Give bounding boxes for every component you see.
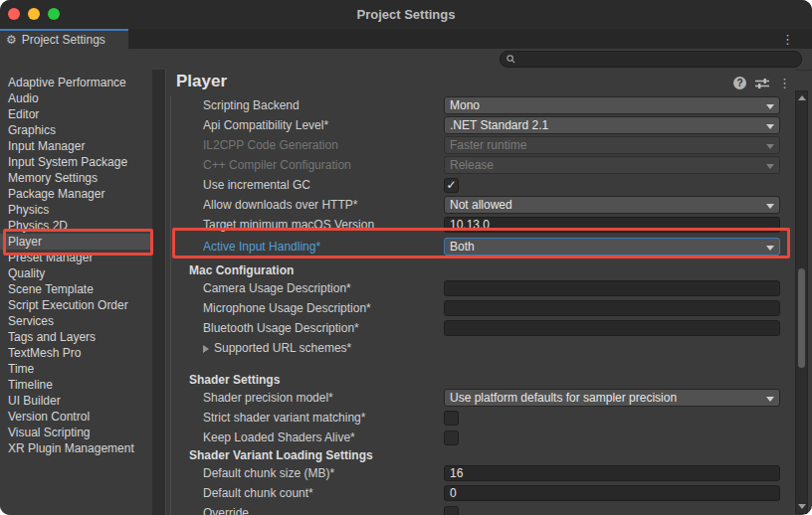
setting-row-camera-usage-description: Camera Usage Description* (171, 278, 795, 298)
setting-label: Keep Loaded Shaders Alive* (203, 430, 444, 444)
setting-row-default-chunk-count: Default chunk count*0 (171, 483, 795, 503)
sidebar-item-audio[interactable]: Audio (0, 90, 152, 106)
panel-menu-kebab-icon[interactable]: ⋮ (778, 77, 791, 89)
sidebar-item-memory-settings[interactable]: Memory Settings (0, 170, 152, 186)
sidebar-item-tags-and-layers[interactable]: Tags and Layers (0, 329, 152, 345)
sidebar-item-services[interactable]: Services (0, 313, 152, 329)
default-chunk-count-field[interactable]: 0 (444, 485, 780, 501)
active-input-handling-dropdown[interactable]: Both (444, 238, 780, 256)
gear-icon: ⚙ (6, 34, 17, 46)
setting-label[interactable]: Supported URL schemes* (203, 341, 444, 355)
setting-row-bluetooth-usage-description: Bluetooth Usage Description* (171, 318, 795, 338)
sidebar-item-package-manager[interactable]: Package Manager (0, 186, 152, 202)
sidebar-item-preset-manager[interactable]: Preset Manager (0, 250, 152, 265)
scrollbar-thumb[interactable] (798, 268, 805, 368)
default-chunk-size-mb-field[interactable]: 16 (444, 465, 780, 481)
setting-label: Allow downloads over HTTP* (203, 198, 444, 212)
dropdown-arrow-icon (766, 164, 774, 169)
bluetooth-usage-description-field[interactable] (444, 320, 780, 336)
section-header-mac-configuration: Mac Configuration (171, 262, 795, 278)
setting-row-strict-shader-variant-matching: Strict shader variant matching* (171, 408, 795, 428)
microphone-usage-description-field[interactable] (444, 300, 780, 316)
player-settings-panel: Player ? ⋮ Scripting BackendMonoApi Comp… (166, 70, 795, 515)
setting-row-override: Override (171, 503, 795, 515)
title-bar: Project Settings (0, 0, 812, 29)
setting-label: Use incremental GC (203, 178, 444, 192)
help-icon[interactable]: ? (733, 77, 746, 89)
strict-shader-variant-matching-checkbox[interactable] (444, 411, 459, 426)
il2cpp-code-generation-dropdown: Faster runtime (444, 136, 780, 154)
setting-label: Override (203, 506, 444, 515)
setting-label: Shader precision model* (203, 391, 444, 405)
sidebar-splitter[interactable] (152, 70, 166, 515)
panel-header: Player ? ⋮ (166, 70, 795, 95)
sidebar-item-textmesh-pro[interactable]: TextMesh Pro (0, 345, 152, 361)
scroll-up-arrow-icon[interactable] (798, 95, 806, 100)
dropdown-arrow-icon (766, 144, 774, 149)
dropdown-arrow-icon (766, 204, 774, 209)
setting-row-default-chunk-size-mb: Default chunk size (MB)*16 (171, 463, 795, 483)
sidebar-item-xr-plugin-management[interactable]: XR Plugin Management (0, 440, 152, 456)
api-compatibility-level-dropdown[interactable]: .NET Standard 2.1 (444, 116, 780, 134)
presets-icon[interactable] (755, 78, 769, 89)
keep-loaded-shaders-alive-checkbox[interactable] (444, 430, 459, 445)
setting-row-il2cpp-code-generation: IL2CPP Code GenerationFaster runtime (171, 135, 795, 155)
setting-row-scripting-backend: Scripting BackendMono (171, 95, 795, 115)
setting-label: Camera Usage Description* (203, 281, 444, 295)
sidebar-item-player[interactable]: Player (0, 234, 152, 250)
sidebar-item-scene-template[interactable]: Scene Template (0, 281, 152, 297)
setting-label: Default chunk count* (203, 486, 444, 500)
scroll-down-arrow-icon[interactable] (798, 504, 806, 509)
sidebar-item-physics-2d[interactable]: Physics 2D (0, 218, 152, 234)
search-icon (507, 55, 515, 64)
sidebar-item-visual-scripting[interactable]: Visual Scripting (0, 425, 152, 440)
setting-row-use-incremental-gc: Use incremental GC✓ (171, 175, 795, 195)
search-box[interactable] (500, 51, 802, 68)
target-minimum-macos-version-field[interactable]: 10.13.0 (444, 217, 780, 233)
setting-row-supported-url-schemes: Supported URL schemes* (171, 338, 795, 358)
sidebar-item-version-control[interactable]: Version Control (0, 409, 152, 425)
sidebar-item-input-manager[interactable]: Input Manager (0, 138, 152, 154)
dropdown-arrow-icon (766, 124, 774, 129)
sidebar-item-editor[interactable]: Editor (0, 106, 152, 122)
shader-precision-model-dropdown[interactable]: Use platform defaults for sampler precis… (444, 389, 780, 407)
scripting-backend-dropdown[interactable]: Mono (444, 96, 780, 114)
project-settings-window: Project Settings ⚙ Project Settings ⋮ Ad… (0, 0, 812, 515)
setting-row-api-compatibility-level: Api Compatibility Level*.NET Standard 2.… (171, 115, 795, 135)
sidebar-item-quality[interactable]: Quality (0, 265, 152, 281)
setting-label: IL2CPP Code Generation (203, 138, 444, 152)
page-title: Player (176, 72, 227, 91)
tab-label: Project Settings (22, 33, 105, 47)
tab-menu-kebab-icon[interactable]: ⋮ (781, 30, 794, 49)
setting-row-active-input-handling: Active Input Handling*Both (171, 235, 795, 258)
sidebar-item-graphics[interactable]: Graphics (0, 122, 152, 138)
use-incremental-gc-checkbox[interactable]: ✓ (444, 178, 459, 193)
override-checkbox[interactable] (444, 506, 459, 515)
sidebar-item-script-execution-order[interactable]: Script Execution Order (0, 297, 152, 313)
dropdown-arrow-icon (766, 397, 774, 402)
sidebar-item-physics[interactable]: Physics (0, 202, 152, 218)
setting-row-c-compiler-configuration: C++ Compiler ConfigurationRelease (171, 155, 795, 175)
setting-label: Api Compatibility Level* (203, 118, 444, 132)
allow-downloads-over-http-dropdown[interactable]: Not allowed (444, 196, 780, 214)
c-compiler-configuration-dropdown: Release (444, 156, 780, 174)
setting-label: Strict shader variant matching* (203, 411, 444, 425)
sidebar-item-time[interactable]: Time (0, 361, 152, 377)
tab-strip: ⚙ Project Settings ⋮ (0, 29, 812, 49)
sidebar-item-timeline[interactable]: Timeline (0, 377, 152, 393)
camera-usage-description-field[interactable] (444, 280, 780, 296)
sidebar-item-input-system-package[interactable]: Input System Package (0, 154, 152, 170)
foldout-arrow-icon[interactable] (203, 345, 209, 353)
section-header-shader-settings: Shader Settings (171, 372, 795, 388)
sidebar-item-adaptive-performance[interactable]: Adaptive Performance (0, 75, 152, 90)
settings-rows: Scripting BackendMonoApi Compatibility L… (171, 95, 795, 515)
dropdown-arrow-icon (766, 104, 774, 109)
setting-row-microphone-usage-description: Microphone Usage Description* (171, 298, 795, 318)
tab-project-settings[interactable]: ⚙ Project Settings (0, 29, 128, 49)
settings-sidebar: Adaptive PerformanceAudioEditorGraphicsI… (0, 70, 152, 515)
vertical-scrollbar[interactable] (795, 90, 808, 514)
sidebar-item-ui-builder[interactable]: UI Builder (0, 393, 152, 409)
dropdown-arrow-icon (766, 246, 774, 251)
search-input[interactable] (519, 52, 795, 67)
setting-row-allow-downloads-over-http: Allow downloads over HTTP*Not allowed (171, 195, 795, 215)
